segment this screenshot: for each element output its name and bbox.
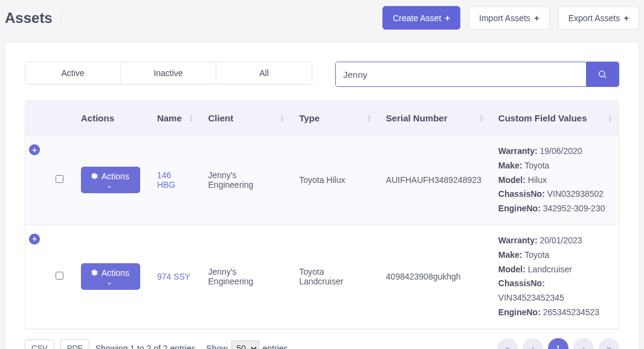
divider	[61, 10, 62, 27]
chevron-down-icon: ⌄	[106, 279, 112, 285]
column-header-expand	[25, 101, 46, 136]
asset-name-link[interactable]: 146 HBG	[157, 170, 175, 190]
expand-row-button[interactable]: +	[29, 234, 40, 245]
export-assets-label: Export Assets	[568, 13, 620, 23]
table-row: + Actions ⌄ 146 HBG Jenny's Engineering	[25, 136, 619, 225]
page-prev-button[interactable]: ‹	[523, 338, 543, 349]
create-asset-button[interactable]: Create Asset +	[382, 6, 460, 30]
column-header-custom[interactable]: Custom Field Values ▲▼	[490, 101, 619, 136]
search-input[interactable]	[336, 62, 586, 86]
custom-field-values: Warranty: 20/01/2023 Make: Toyota Model:…	[498, 234, 610, 320]
page-last-button[interactable]: »	[599, 338, 619, 349]
page-number-button[interactable]: 1	[548, 338, 568, 349]
row-checkbox[interactable]	[56, 175, 63, 183]
sort-icon: ▲▼	[189, 114, 194, 123]
tab-all[interactable]: All	[216, 62, 312, 84]
search-icon	[597, 69, 607, 79]
cell-type: Toyota Landcruiser	[291, 225, 378, 328]
entries-info: Showing 1 to 2 of 2 entries	[95, 344, 196, 349]
tab-inactive[interactable]: Inactive	[121, 62, 216, 84]
cell-serial: AUIFHAUFH3489248923	[378, 136, 490, 225]
column-header-actions[interactable]: Actions	[72, 101, 149, 136]
sort-icon: ▲▼	[479, 114, 484, 123]
gear-icon	[89, 172, 98, 181]
page-size-select[interactable]: 50	[231, 341, 259, 349]
custom-field-values: Warranty: 19/06/2020 Make: Toyota Model:…	[498, 144, 610, 216]
expand-row-button[interactable]: +	[29, 144, 40, 155]
asset-name-link[interactable]: 974 SSY	[157, 272, 190, 281]
row-checkbox[interactable]	[56, 272, 63, 280]
plus-icon: +	[534, 13, 539, 23]
assets-card: Active Inactive All Actions Name	[5, 42, 639, 349]
table-row: + Actions ⌄ 974 SSY Jenny's Engineering	[25, 225, 619, 328]
column-header-name[interactable]: Name ▲▼	[149, 101, 200, 136]
status-tabs: Active Inactive All	[25, 62, 312, 85]
search-wrap	[335, 62, 619, 87]
export-pdf-button[interactable]: PDF	[60, 339, 89, 349]
column-header-type[interactable]: Type ▲▼	[291, 101, 378, 136]
gear-icon	[89, 269, 98, 277]
export-assets-button[interactable]: Export Assets +	[558, 6, 639, 30]
chevron-down-icon: ⌄	[106, 182, 112, 188]
row-actions-button[interactable]: Actions ⌄	[81, 167, 140, 193]
cell-serial: 4098423908gukhgh	[378, 225, 490, 328]
plus-icon: +	[623, 13, 629, 23]
tab-active[interactable]: Active	[25, 62, 121, 84]
cell-client: Jenny's Engineering	[200, 136, 291, 225]
row-actions-button[interactable]: Actions ⌄	[81, 263, 140, 290]
row-actions-label: Actions	[101, 268, 129, 278]
sort-icon: ▲▼	[280, 114, 285, 123]
show-label: Show	[207, 344, 228, 349]
cell-client: Jenny's Engineering	[200, 225, 291, 328]
page-title: Assets	[5, 10, 53, 27]
export-csv-button[interactable]: CSV	[25, 339, 54, 349]
svg-line-1	[604, 76, 606, 78]
assets-table: Actions Name ▲▼ Client ▲▼ Type ▲▼ Seria	[25, 101, 619, 329]
column-header-serial[interactable]: Serial Number ▲▼	[378, 101, 490, 136]
cell-type: Toyota Hilux	[291, 136, 378, 225]
page-next-button[interactable]: ›	[573, 338, 594, 349]
svg-point-0	[599, 71, 605, 77]
plus-icon: +	[445, 13, 450, 23]
row-actions-label: Actions	[101, 171, 129, 181]
column-header-checkbox	[46, 101, 72, 136]
import-assets-label: Import Assets	[479, 13, 530, 23]
page-first-button[interactable]: «	[497, 338, 518, 349]
import-assets-button[interactable]: Import Assets +	[469, 6, 550, 30]
pagination: « ‹ 1 › »	[497, 338, 619, 349]
create-asset-label: Create Asset	[393, 13, 441, 23]
sort-icon: ▲▼	[608, 114, 613, 123]
entries-label: entries	[263, 344, 288, 349]
search-button[interactable]	[586, 62, 619, 86]
sort-icon: ▲▼	[367, 114, 372, 123]
column-header-client[interactable]: Client ▲▼	[200, 101, 291, 136]
